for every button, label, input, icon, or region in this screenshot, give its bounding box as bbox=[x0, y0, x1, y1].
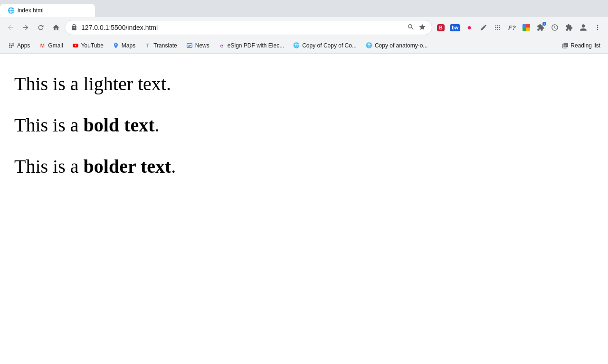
bolder-text-prefix: This is a bbox=[14, 156, 84, 177]
active-tab[interactable]: 🌐 index.html bbox=[0, 4, 95, 17]
apps-icon bbox=[8, 42, 15, 49]
bookmark-youtube-label: YouTube bbox=[81, 42, 104, 49]
star-icon[interactable] bbox=[418, 23, 426, 32]
bookmark-gmail-label: Gmail bbox=[48, 42, 63, 49]
forward-button[interactable] bbox=[19, 21, 32, 34]
bookmark-news-label: News bbox=[195, 42, 209, 49]
puzzle-extension[interactable] bbox=[562, 21, 576, 34]
bold-text-word: bold text bbox=[84, 114, 155, 136]
pen-extension[interactable] bbox=[477, 21, 490, 34]
reading-list-label: Reading list bbox=[570, 42, 600, 49]
nav-bar: 127.0.0.1:5500/index.html B bw ● bbox=[0, 17, 608, 38]
user-avatar[interactable] bbox=[577, 21, 590, 34]
copy1-icon: 🌐 bbox=[293, 42, 300, 49]
lighter-text-line: This is a lighter text. bbox=[14, 73, 594, 95]
home-button[interactable] bbox=[49, 21, 63, 34]
bookmark-maps-label: Maps bbox=[122, 42, 135, 49]
maps-icon bbox=[112, 42, 120, 49]
esign-icon: e bbox=[218, 42, 226, 49]
bolder-text-suffix: . bbox=[171, 156, 176, 177]
bookmark-apps-label: Apps bbox=[17, 42, 30, 49]
search-icon bbox=[407, 23, 415, 32]
extension-red[interactable]: ● bbox=[463, 21, 476, 34]
bookmark-translate-label: Translate bbox=[153, 42, 177, 49]
bolder-text-line: This is a bolder text. bbox=[14, 155, 594, 177]
bold-text-line: This is a bold text. bbox=[14, 114, 594, 136]
browser-chrome: 🌐 index.html 127.0.0.1:5500/index.html bbox=[0, 0, 608, 54]
page-content: This is a lighter text. This is a bold t… bbox=[0, 54, 608, 364]
bookmark-translate[interactable]: T Translate bbox=[140, 40, 181, 51]
bookmark-apps[interactable]: Apps bbox=[4, 40, 34, 51]
youtube-icon bbox=[72, 42, 79, 49]
bookmark-gmail[interactable]: M Gmail bbox=[35, 40, 66, 51]
bookmark-maps[interactable]: Maps bbox=[108, 40, 139, 51]
tab-title: index.html bbox=[18, 7, 44, 14]
clock-extension[interactable] bbox=[548, 21, 561, 34]
url-display: 127.0.0.1:5500/index.html bbox=[81, 24, 403, 31]
bookmark-copy1-label: Copy of Copy of Co... bbox=[302, 42, 357, 49]
bookmark-copy1[interactable]: 🌐 Copy of Copy of Co... bbox=[289, 40, 361, 51]
lighter-text: This is a lighter text. bbox=[14, 73, 171, 94]
back-button[interactable] bbox=[4, 21, 17, 34]
bold-text-prefix: This is a bbox=[14, 114, 84, 136]
bookmark-youtube[interactable]: YouTube bbox=[68, 40, 107, 51]
bardeen-extension[interactable]: B bbox=[434, 21, 447, 34]
nav-icons: B bw ● F? bbox=[434, 21, 604, 34]
bookmarks-bar: Apps M Gmail YouTube Maps T Translate bbox=[0, 38, 608, 53]
translate-icon: T bbox=[144, 42, 152, 49]
grid-extension[interactable] bbox=[491, 21, 504, 34]
bookmark-news[interactable]: News bbox=[182, 40, 213, 51]
bolder-text-word: bolder text bbox=[84, 156, 171, 177]
menu-button[interactable] bbox=[591, 21, 604, 34]
bold-text-suffix: . bbox=[155, 114, 160, 136]
colorful-extension[interactable] bbox=[520, 21, 533, 34]
reading-list-button[interactable]: Reading list bbox=[558, 41, 604, 50]
bookmark-copy2-label: Copy of anatomy-o... bbox=[375, 42, 428, 49]
address-bar[interactable]: 127.0.0.1:5500/index.html bbox=[65, 20, 432, 35]
tab-bar: 🌐 index.html bbox=[0, 0, 608, 17]
copy2-icon: 🌐 bbox=[365, 42, 373, 49]
bw-extension[interactable]: bw bbox=[448, 21, 462, 34]
bookmark-copy2[interactable]: 🌐 Copy of anatomy-o... bbox=[361, 40, 431, 51]
f-extension[interactable]: F? bbox=[505, 21, 519, 34]
bookmark-esign-label: eSign PDF with Elec... bbox=[228, 42, 284, 49]
bookmark-esign[interactable]: e eSign PDF with Elec... bbox=[214, 40, 288, 51]
news-icon bbox=[186, 42, 193, 49]
lock-icon bbox=[71, 24, 77, 32]
gmail-icon: M bbox=[38, 42, 46, 49]
extensions-button[interactable]: 1 bbox=[534, 21, 547, 34]
reload-button[interactable] bbox=[34, 21, 48, 34]
